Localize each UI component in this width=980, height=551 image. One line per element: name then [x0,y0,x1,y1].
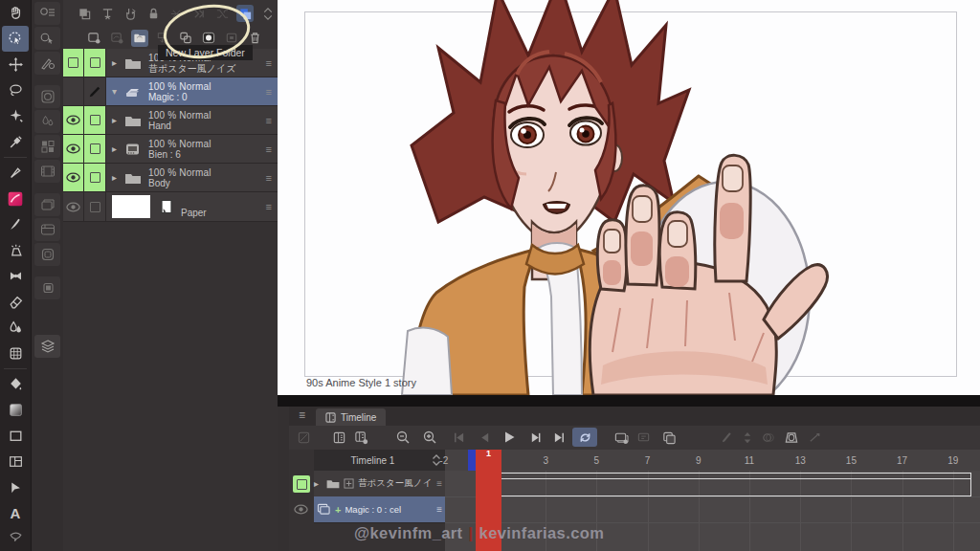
visibility-cell[interactable] [62,106,84,134]
layer-row-paper[interactable]: Paper ≡ [62,192,278,222]
cel-duration-bar[interactable]: 1 [476,473,971,496]
specify-cel-icon[interactable] [634,428,655,447]
new-animation-cel-icon[interactable] [611,428,632,447]
frame-border-tool[interactable] [0,449,31,474]
decoration-tool[interactable] [0,263,31,289]
new-cel-plus-icon[interactable]: + [335,504,341,516]
plus-box-icon[interactable] [344,478,354,489]
text-tool[interactable]: A [0,500,31,526]
figure-tool[interactable] [0,341,31,366]
mask-disabled-icon[interactable] [167,5,185,22]
edit-target-cell[interactable] [84,77,106,105]
layer-menu-icon[interactable]: ≡ [266,143,272,155]
ink-pen-tool[interactable] [0,211,31,237]
expand-arrow-icon[interactable]: ▸ [112,57,123,68]
layer-row-hand[interactable]: ▸ 100 % Normal Hand ≡ [62,106,278,135]
new-raster-layer-icon[interactable] [85,30,102,47]
timeline-list-icon[interactable] [328,428,349,447]
cel-stamp-subtool[interactable] [34,193,60,216]
playback-start-marker[interactable] [468,450,476,471]
blend-mode-icon[interactable] [76,5,93,22]
merge-to-lower-icon[interactable] [177,30,194,47]
canvas-area[interactable]: 90s Anime Style 1 story [278,0,980,395]
panel-menu-icon[interactable]: ≡ [299,408,305,422]
skip-start-icon[interactable] [448,428,469,447]
pencil-icon[interactable] [716,428,737,447]
updown-icon[interactable] [737,428,758,447]
blend-tool[interactable] [0,315,31,341]
selection-tool[interactable] [0,77,31,103]
next-frame-icon[interactable] [524,428,546,447]
mark-icon[interactable] [804,428,825,447]
track-menu-icon[interactable]: ≡ [436,478,442,489]
expand-arrow-icon[interactable]: ▸ [314,478,325,489]
track-row-magic[interactable]: + Magic : 0 : cel ≡ [314,496,445,523]
layer-menu-icon[interactable]: ≡ [266,201,272,212]
object-tool[interactable] [2,26,29,52]
layer-row-content[interactable]: ▸ 100 % Normal Bien : 6 ≡ [106,135,278,163]
layer-row-magic[interactable]: ▾ 100 % Normal Magic : 0 ≡ [62,77,278,106]
duplicate-cel-icon[interactable] [658,428,679,447]
apply-mask-icon[interactable] [223,30,240,47]
timeline-enable-cell[interactable] [62,49,84,77]
loop-play-button[interactable] [572,428,597,447]
edit-timeline-icon[interactable] [293,428,314,447]
clip-disabled-icon[interactable] [213,5,231,22]
edit-target-cell[interactable] [84,164,106,191]
polyline-tool[interactable] [0,474,31,500]
operation-list-subtool[interactable] [34,2,60,25]
layer-row-content[interactable]: ▸ 100 % Normal Hand ≡ [106,106,278,134]
folder-subtool[interactable] [34,218,60,241]
transfer-to-lower-icon[interactable] [154,30,171,47]
expand-arrow-icon[interactable]: ▸ [112,172,123,183]
edit-target-cell[interactable] [84,192,106,221]
pen-tool[interactable] [0,160,31,186]
layer-color-icon[interactable] [236,5,254,22]
edit-target-cell[interactable] [84,49,106,77]
edit-target-cell[interactable] [84,135,106,163]
hand-tool[interactable] [0,0,31,26]
zoom-in-icon[interactable] [419,428,440,447]
layer-mask-icon[interactable] [200,30,217,47]
layer-menu-icon[interactable]: ≡ [266,172,272,184]
timeline-selector[interactable]: Timeline 1 [314,450,445,471]
small-square-subtool[interactable] [34,276,60,299]
eraser-tool[interactable] [0,289,31,315]
expand-chevrons-icon[interactable] [259,5,277,22]
object-subtool[interactable] [34,27,60,50]
layer-stack-subtool[interactable] [34,335,60,358]
lock-icon[interactable] [145,5,162,22]
layer-block-subtool[interactable] [34,243,60,266]
fill-tool[interactable] [0,371,31,397]
layer-menu-icon[interactable]: ≡ [266,57,272,69]
frame-circle-subtool[interactable] [34,85,60,108]
play-icon[interactable] [499,428,520,447]
timeline-ruler[interactable]: -2135791113151719 [445,450,980,472]
eyedropper-tool[interactable] [0,129,31,155]
delete-layer-icon[interactable] [246,30,263,47]
layer-row-content[interactable]: Paper ≡ [106,192,278,221]
visibility-cell[interactable] [62,192,84,221]
new-layer-folder-icon[interactable] [131,30,148,47]
track-enable-checkbox[interactable] [293,475,310,493]
new-timeline-icon[interactable] [350,428,371,447]
film-roll-subtool[interactable] [34,160,60,183]
layer-row-content[interactable]: ▸ 100 % Normal Body ≡ [106,164,278,191]
layer-menu-icon[interactable]: ≡ [266,86,272,98]
visibility-cell[interactable] [62,77,84,105]
new-vector-layer-icon[interactable] [108,30,125,47]
shape-tool[interactable] [0,423,31,449]
gradient-tool[interactable] [0,397,31,423]
expand-arrow-icon[interactable]: ▸ [112,115,123,125]
collapse-arrow-icon[interactable]: ▾ [112,86,123,97]
pen-correction-subtool[interactable] [34,52,60,75]
zoom-out-icon[interactable] [392,428,413,447]
tab-timeline[interactable]: Timeline [316,408,386,426]
prev-frame-icon[interactable] [474,428,495,447]
expand-arrow-icon[interactable]: ▸ [112,143,123,154]
track-menu-icon[interactable]: ≡ [436,504,442,515]
light-table-icon[interactable] [781,428,802,447]
blend-drops-subtool[interactable] [34,110,60,133]
airbrush-tool[interactable] [0,237,31,263]
move-layer-tool[interactable] [0,52,31,77]
